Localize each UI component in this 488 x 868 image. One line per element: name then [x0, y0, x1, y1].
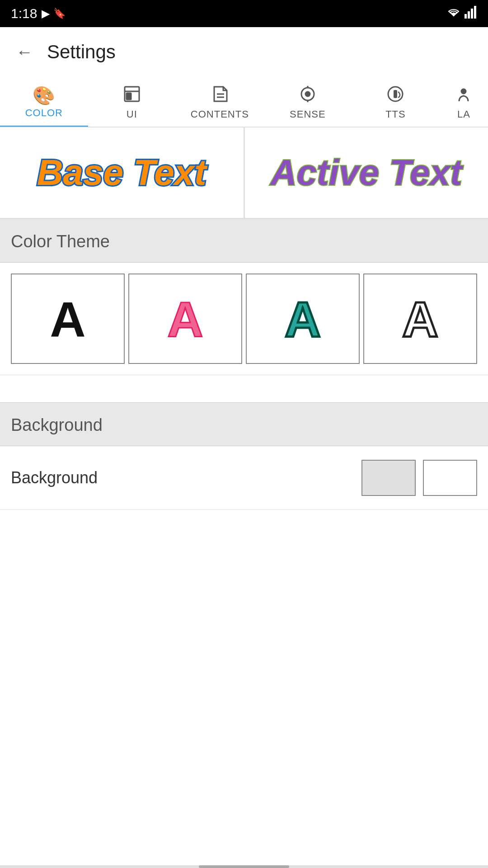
background-row: Background [0, 446, 488, 510]
svg-rect-3 [474, 6, 476, 19]
svg-rect-1 [468, 11, 470, 19]
tab-contents-label: CONTENTS [191, 108, 249, 120]
bg-swatch-gray[interactable] [361, 460, 416, 496]
sense-icon [299, 85, 317, 106]
tab-tts[interactable]: TTS [352, 77, 440, 127]
tab-color[interactable]: 🎨 COLOR [0, 77, 88, 127]
tab-contents[interactable]: CONTENTS [176, 77, 264, 127]
background-section-header: Background [0, 402, 488, 446]
background-row-label: Background [11, 468, 98, 487]
wifi-icon [446, 6, 461, 21]
theme-letter-teal: A [285, 290, 320, 348]
tab-sense-label: SENSE [290, 108, 326, 120]
page-title: Settings [47, 41, 116, 63]
contents-icon [211, 85, 229, 106]
signal-icon [465, 6, 477, 21]
svg-point-14 [461, 89, 466, 94]
back-button[interactable]: ← [11, 38, 38, 66]
tab-ui[interactable]: UI [88, 77, 176, 127]
ui-icon [123, 85, 141, 106]
preview-area: Base Text Active Text [0, 127, 488, 219]
svg-rect-6 [127, 93, 131, 99]
tab-sense[interactable]: SENSE [264, 77, 352, 127]
theme-letter-black: A [50, 290, 85, 348]
la-icon [455, 85, 473, 106]
scroll-thumb [199, 865, 289, 868]
tab-ui-label: UI [127, 108, 137, 120]
theme-letter-pink: A [167, 290, 203, 348]
back-arrow-icon: ← [16, 42, 33, 62]
tts-icon [386, 85, 404, 106]
svg-rect-2 [471, 9, 473, 19]
theme-option-teal[interactable]: A [246, 274, 360, 364]
palette-icon: 🎨 [33, 86, 55, 104]
theme-option-outline[interactable]: A [363, 274, 477, 364]
preview-base[interactable]: Base Text [0, 127, 245, 218]
color-theme-title: Color Theme [11, 232, 110, 251]
status-bar: 1:18 ▶ 🔖 [0, 0, 488, 27]
tab-color-label: COLOR [25, 107, 63, 119]
background-title: Background [11, 415, 103, 434]
svg-rect-0 [465, 14, 467, 19]
color-theme-section-header: Color Theme [0, 219, 488, 263]
theme-option-pink[interactable]: A [128, 274, 242, 364]
theme-letter-outline: A [402, 290, 438, 348]
svg-point-10 [305, 92, 310, 96]
tab-tts-label: TTS [385, 108, 406, 120]
spacer-1 [0, 375, 488, 402]
tab-la-label: LA [457, 108, 470, 120]
notification-icon-1: ▶ [42, 7, 50, 20]
bg-swatches [361, 460, 477, 496]
active-text-preview: Active Text [271, 152, 462, 193]
bg-swatch-white[interactable] [423, 460, 477, 496]
top-bar: ← Settings [0, 27, 488, 77]
status-time: 1:18 [11, 6, 37, 21]
notification-icon-2: 🔖 [53, 8, 66, 19]
theme-option-black[interactable]: A [11, 274, 125, 364]
theme-options: A A A A [0, 263, 488, 375]
tab-la[interactable]: LA [440, 77, 488, 127]
preview-active[interactable]: Active Text [245, 127, 488, 218]
tab-bar: 🎨 COLOR UI CONTENTS [0, 77, 488, 127]
scroll-indicator [0, 865, 488, 868]
base-text-preview: Base Text [37, 152, 206, 193]
